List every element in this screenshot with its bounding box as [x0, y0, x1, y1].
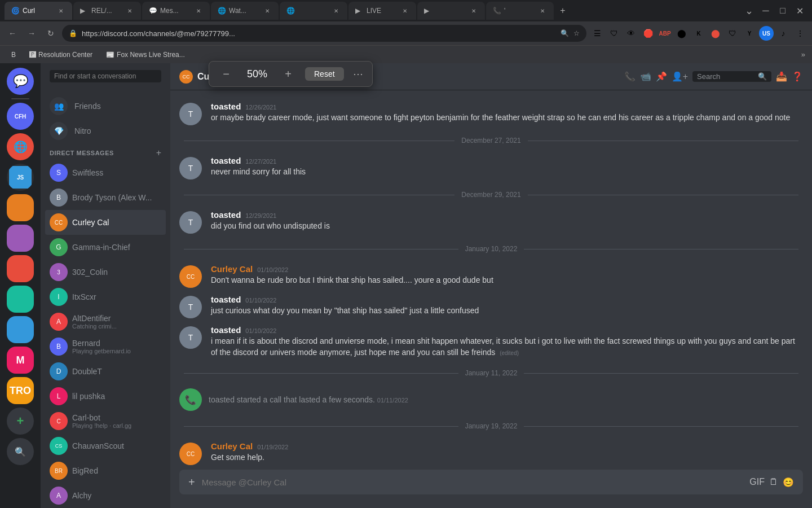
zoom-close-btn[interactable]: ⋯ [353, 68, 363, 80]
sticker-btn[interactable]: 🗒 [769, 477, 778, 487]
dm-302colin[interactable]: 3 302_Colin [45, 260, 166, 284]
tab-live[interactable]: ▶ LIVE ✕ [348, 2, 416, 20]
help-icon[interactable]: ❓ [792, 71, 803, 82]
emoji-btn[interactable]: 😊 [783, 477, 794, 488]
add-member-icon[interactable]: 👤+ [672, 71, 688, 82]
tab-call[interactable]: 📞 ' ✕ [486, 2, 554, 20]
minimize-btn[interactable]: ─ [758, 3, 774, 19]
tab-menu-btn[interactable]: ⌄ [741, 3, 757, 19]
tab-call-close[interactable]: ✕ [538, 6, 547, 15]
server-icon-5[interactable] [7, 225, 34, 252]
message-attach-btn[interactable]: + [188, 476, 195, 489]
add-server-btn[interactable]: + [7, 408, 34, 435]
divider-date-jan10: January 10, 2022 [465, 245, 518, 253]
dm-bernard[interactable]: B Bernard Playing getbernard.io [45, 334, 166, 359]
dm-lilpushka[interactable]: L lil pushka [45, 384, 166, 409]
back-btn[interactable]: ← [5, 25, 20, 41]
ext-abp[interactable]: ABP [657, 26, 672, 41]
explore-servers-btn[interactable]: 🔍 [7, 438, 34, 465]
dm-search-box[interactable]: Find or start a conversation [41, 63, 170, 89]
inbox-icon[interactable]: 📥 [776, 71, 787, 82]
tab-wp[interactable]: 🌐 Wat... ✕ [211, 2, 279, 20]
dm-alchy[interactable]: A Alchy [45, 483, 166, 508]
phone-icon[interactable]: 📞 [624, 71, 636, 82]
ext-avatar[interactable]: US [759, 26, 774, 41]
dm-bigred[interactable]: BR BigRed [45, 458, 166, 483]
tab-yt2[interactable]: ▶ ✕ [417, 2, 485, 20]
server-icon-4[interactable] [7, 194, 34, 221]
dm-add-btn[interactable]: + [156, 148, 161, 158]
ext-music[interactable]: ♪ [776, 26, 791, 41]
server-icon-1[interactable]: CFH [7, 103, 34, 130]
server-icon-9[interactable]: M [7, 347, 34, 374]
tab-mes-favicon: 💬 [149, 7, 157, 15]
ext-k[interactable]: K [691, 26, 706, 41]
pin-icon[interactable]: 📌 [656, 71, 667, 82]
tab-mes-close[interactable]: ✕ [194, 6, 203, 15]
dm-gamma[interactable]: G Gamma-in-Chief [45, 235, 166, 260]
toolbar-extensions: ☰ 🛡 👁 🛑 ABP ⬤ K ⬤ 🛡 Y US ♪ ⋮ [590, 26, 807, 41]
ext-hamburger[interactable]: ☰ [590, 26, 604, 41]
tab-youtube1[interactable]: ▶ REL/... ✕ [73, 2, 141, 20]
dm-doublet[interactable]: D DoubleT [45, 359, 166, 384]
bookmark-foxnews[interactable]: 📰 Fox News Live Strea... [102, 50, 189, 60]
tab-mes[interactable]: 💬 Mes... ✕ [142, 2, 210, 20]
ext-shield[interactable]: 🛡 [607, 26, 621, 41]
gif-btn[interactable]: GIF [749, 477, 765, 487]
chat-search-box[interactable]: Search 🔍 [692, 71, 771, 82]
restore-btn[interactable]: □ [775, 3, 791, 19]
bookmark-resolution[interactable]: 🅿 Resolution Center [25, 50, 97, 60]
chrome-menu-btn[interactable]: ⋮ [793, 26, 807, 41]
reload-btn[interactable]: ↻ [43, 25, 59, 41]
server-icon-10[interactable]: TRO [7, 377, 34, 404]
star-icon[interactable]: ☆ [573, 29, 580, 37]
tab-wp-close[interactable]: ✕ [263, 6, 272, 15]
ext-y[interactable]: Y [742, 26, 757, 41]
ext-red-circle[interactable]: ⬤ [708, 26, 723, 41]
dm-carlbot[interactable]: C Carl-bot Playing !help · carl.gg [45, 409, 166, 433]
bookmark-b[interactable]: B [7, 50, 20, 60]
tab-wp-title: Wat... [229, 7, 259, 15]
video-icon[interactable]: 📹 [640, 71, 651, 82]
discord-home-btn[interactable]: 💬 [7, 68, 34, 95]
ext-shield2[interactable]: 🛡 [725, 26, 740, 41]
forward-btn[interactable]: → [24, 25, 39, 41]
close-window-btn[interactable]: ✕ [792, 3, 807, 19]
tab-globe-close[interactable]: ✕ [332, 6, 341, 15]
server-icon-2[interactable]: 🌐 [7, 133, 34, 160]
tab-yt1-close[interactable]: ✕ [125, 6, 134, 15]
ext-stop[interactable]: 🛑 [641, 26, 655, 41]
ext-circle[interactable]: ⬤ [674, 26, 689, 41]
friends-item[interactable]: 👥 Friends [45, 94, 166, 119]
tab-globe[interactable]: 🌐 ✕ [280, 2, 347, 20]
dm-altdentifier[interactable]: A AltDentifier Catching crimi... [45, 309, 166, 334]
messages-area[interactable]: T toasted 12/26/2021 or maybe brady care… [170, 90, 812, 470]
chat-recipient-avatar: CC [179, 70, 193, 84]
tab-yt2-close[interactable]: ✕ [469, 6, 478, 15]
message-input-icons: GIF 🗒 😊 [749, 477, 794, 488]
author-toasted-5: toasted [211, 295, 241, 304]
server-icon-8[interactable] [7, 316, 34, 343]
author-toasted-2: toasted [211, 156, 241, 165]
avatar-toasted-3: T [179, 211, 202, 234]
address-bar[interactable]: 🔒 https://discord.com/channels/@me/79277… [62, 25, 586, 42]
tab-live-close[interactable]: ✕ [400, 6, 409, 15]
tab-close-btn[interactable]: ✕ [56, 6, 65, 15]
server-icon-6[interactable] [7, 255, 34, 282]
new-tab-btn[interactable]: + [555, 3, 571, 19]
dm-chauvanscout[interactable]: CS ChauvanScout [45, 433, 166, 458]
dm-special-section: 👥 Friends 💎 Nitro [41, 89, 170, 143]
dm-curlycal[interactable]: CC Curley Cal [45, 210, 166, 235]
server-icon-3[interactable]: JS [7, 164, 34, 191]
message-input[interactable] [202, 478, 743, 487]
server-icon-7[interactable] [7, 286, 34, 313]
ext-eye[interactable]: 👁 [624, 26, 638, 41]
dm-brody[interactable]: B Brody Tyson (Alex W... [45, 185, 166, 210]
dm-itxscxr[interactable]: I ItxScxr [45, 284, 166, 309]
dm-swiftless[interactable]: S Swiftless [45, 160, 166, 185]
tab-active[interactable]: 🌀 Curl ✕ [5, 2, 72, 20]
zoom-decrease-btn[interactable]: − [218, 66, 234, 82]
zoom-reset-btn[interactable]: Reset [305, 67, 344, 81]
zoom-increase-btn[interactable]: + [280, 66, 296, 82]
nitro-item[interactable]: 💎 Nitro [45, 119, 166, 143]
